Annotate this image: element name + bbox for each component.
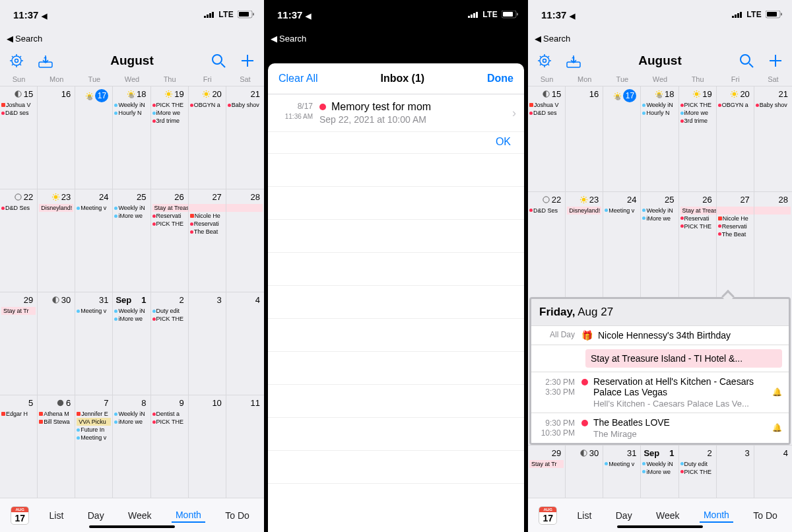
bell-icon: 🔔 [772,423,782,432]
inbox-icon[interactable]: 1 [37,52,54,69]
list-item[interactable]: All Day 🎁Nicole Hennessy's 34th Birthday [531,325,789,345]
home-indicator[interactable] [617,525,703,528]
month-title: August [638,53,681,68]
tab-todo[interactable]: To Do [749,509,781,522]
search-icon[interactable] [738,52,755,69]
signal-icon [204,11,214,18]
month-title: August [110,53,153,68]
search-icon[interactable] [210,52,227,69]
day-popover: Friday, Aug 27 All Day 🎁Nicole Hennessy'… [529,297,791,445]
gear-icon[interactable] [8,52,25,69]
tab-list[interactable]: List [574,509,596,522]
weekday-header: SunMonTueWedThuFriSat [528,74,792,86]
tab-week[interactable]: Week [652,509,684,522]
calendar-toolbar: 1 August [0,48,264,74]
inbox-item[interactable]: 8/1711:36 AM Memory test for mom Sep 22,… [268,94,524,132]
tab-week[interactable]: Week [124,509,156,522]
tab-todo[interactable]: To Do [221,509,253,522]
weekday-header: SunMonTueWedThuFriSat [0,74,264,86]
list-item[interactable]: 9:30 PM10:30 PM The Beatles LOVEThe Mira… [531,413,789,443]
gear-icon[interactable] [536,52,553,69]
back-search[interactable]: ◀ Search [528,29,792,48]
tab-month[interactable]: Month [700,508,733,523]
screen-calendar-month: 11:37 ◀ LTE ◀ Search 1 August SunMonTueW… [0,0,264,532]
status-bar: 11:37 ◀ LTE [528,0,792,29]
home-indicator[interactable] [353,525,439,528]
tab-day[interactable]: Day [612,509,636,522]
back-search[interactable]: ◀ Search [0,29,264,48]
month-grid[interactable]: 15 Joshua V D&D ses 16 17 18 Weekly iN H… [0,86,264,498]
today-icon[interactable]: AUG17 [539,506,557,525]
inbox-title: Inbox (1) [380,73,424,84]
bell-icon: 🔔 [772,387,782,397]
today-icon[interactable]: AUG17 [11,506,29,525]
list-item[interactable]: Stay at Treasure Island - TI Hotel &... [531,345,789,372]
home-indicator[interactable] [89,525,175,528]
signal-icon [468,11,478,18]
calendar-toolbar: 1 August [528,48,792,74]
battery-icon [238,11,255,18]
done-button[interactable]: Done [487,73,513,84]
inbox-icon[interactable]: 1 [565,52,582,69]
ok-button[interactable]: OK [268,132,524,154]
tab-day[interactable]: Day [84,509,108,522]
inbox-sheet: Clear All Inbox (1) Done 8/1711:36 AM Me… [268,63,524,532]
back-search[interactable]: ◀ Search [264,29,528,48]
screen-calendar-daypopover: 11:37 ◀ LTE ◀ Search 1 August SunMonTueW… [528,0,792,532]
tab-list[interactable]: List [46,509,68,522]
month-grid-small[interactable]: 15 Joshua V D&D ses 16 17 18 Weekly iN H… [528,86,792,498]
battery-icon [502,11,519,18]
chevron-right-icon: › [512,106,516,120]
tab-month[interactable]: Month [172,508,205,523]
popover-header: Friday, Aug 27 [531,299,789,325]
status-bar: 11:37 ◀ LTE [264,0,528,29]
gift-icon: 🎁 [581,330,593,341]
clear-all-button[interactable]: Clear All [279,73,318,84]
battery-icon [766,11,783,18]
list-item[interactable]: 2:30 PM3:30 PM Reservation at Hell's Kit… [531,372,789,413]
signal-icon [732,11,742,18]
screen-inbox: 11:37 ◀ LTE ◀ Search Clear All Inbox (1)… [264,0,528,532]
status-bar: 11:37 ◀ LTE [0,0,264,29]
plus-icon[interactable] [767,52,784,69]
plus-icon[interactable] [239,52,256,69]
